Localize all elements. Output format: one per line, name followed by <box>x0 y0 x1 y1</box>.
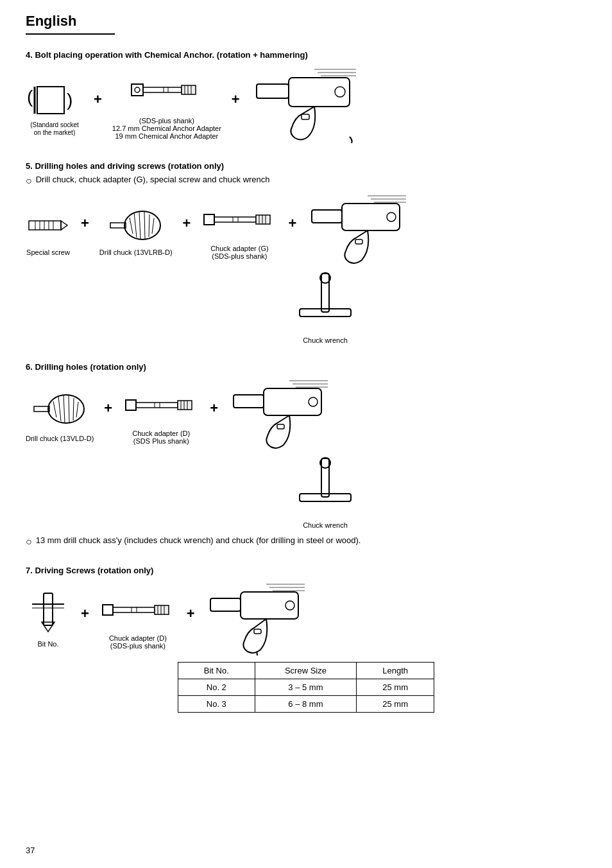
section-4: 4. Bolt placing operation with Chemical … <box>26 50 586 143</box>
svg-text:(: ( <box>27 87 33 107</box>
svg-rect-84 <box>113 607 155 612</box>
chuck-adapter-d-item: Chuck adapter (D)(SDS Plus shank) <box>123 383 200 445</box>
svg-line-33 <box>152 218 154 234</box>
section-6-title: 6. Drilling holes (rotation only) <box>26 362 586 372</box>
plus-2: + <box>232 91 240 118</box>
drill-tool-5-icon <box>307 193 409 264</box>
svg-rect-95 <box>210 598 241 611</box>
svg-point-5 <box>135 87 140 92</box>
plus-3: + <box>81 215 89 242</box>
svg-rect-72 <box>264 388 321 415</box>
section-5-title: 5. Drilling holes and driving screws (ro… <box>26 161 586 171</box>
svg-rect-39 <box>256 215 270 224</box>
svg-line-56 <box>64 395 65 423</box>
drill-chuck-icon <box>107 202 165 247</box>
plus-8: + <box>81 605 89 632</box>
chuck-adapter-g-label: Chuck adapter (G)(SDS-plus shank) <box>210 245 268 260</box>
bit-no-label: Bit No. <box>37 640 58 648</box>
section-5-subtitle: ○ Drill chuck, chuck adapter (G), specia… <box>26 175 586 187</box>
table-header-screw: Screw Size <box>255 663 357 679</box>
special-screw-label: Special screw <box>26 248 70 256</box>
drill-tool-item-5 <box>307 193 409 264</box>
svg-rect-48 <box>355 239 362 244</box>
svg-marker-26 <box>61 221 67 230</box>
svg-line-30 <box>139 211 140 239</box>
svg-line-32 <box>149 214 149 237</box>
svg-rect-46 <box>342 204 400 230</box>
svg-rect-47 <box>312 210 342 223</box>
chuck-wrench-section6: Chuck wrench <box>64 455 586 529</box>
svg-rect-60 <box>34 406 49 412</box>
svg-line-57 <box>69 395 69 422</box>
standard-socket-item: ( ) (Standard socketon the market) <box>26 74 83 136</box>
plus-1: + <box>94 91 102 118</box>
table-header-length: Length <box>357 663 434 679</box>
special-screw-item: Special screw <box>26 202 71 256</box>
drill-tool-6-icon <box>228 378 331 449</box>
table-cell-screw-2: 6 – 8 mm <box>255 696 357 713</box>
drill-chuck-6-item: Drill chuck (13VLD-D) <box>26 385 94 442</box>
svg-rect-6 <box>143 87 182 92</box>
svg-line-58 <box>73 398 74 421</box>
chuck-adapter-d-7-icon <box>99 587 176 632</box>
table-header-bit: Bit No. <box>178 663 255 679</box>
svg-line-29 <box>134 213 137 238</box>
svg-rect-34 <box>110 223 126 228</box>
svg-rect-61 <box>126 400 136 410</box>
plus-7: + <box>210 400 218 427</box>
svg-rect-76 <box>321 458 329 497</box>
section-6: 6. Drilling holes (rotation only) Drill … <box>26 362 586 548</box>
plus-5: + <box>288 215 296 242</box>
svg-rect-1 <box>37 87 64 114</box>
table-cell-bit-1: No. 2 <box>178 679 255 696</box>
svg-rect-50 <box>321 273 329 312</box>
svg-rect-65 <box>178 401 192 410</box>
bit-no-item: Bit No. <box>26 590 71 648</box>
drill-chuck-13vlrb-label: Drill chuck (13VLRB-D) <box>99 248 173 256</box>
standard-socket-label: (Standard socketon the market) <box>30 121 79 136</box>
chuck-wrench-5-label: Chuck wrench <box>303 336 348 344</box>
svg-rect-83 <box>103 605 113 615</box>
page-number: 37 <box>26 846 35 855</box>
svg-point-27 <box>124 211 160 239</box>
svg-rect-74 <box>277 424 284 429</box>
drill-chuck-6-label: Drill chuck (13VLD-D) <box>26 435 94 442</box>
sds-adapter-item: (SDS-plus shank)12.7 mm Chemical Anchor … <box>112 70 221 140</box>
table-cell-screw-1: 3 – 5 mm <box>255 679 357 696</box>
screw-table: Bit No. Screw Size Length No. 2 3 – 5 mm… <box>178 662 434 713</box>
table-cell-length-1: 25 mm <box>357 679 434 696</box>
hammer-drill-item <box>250 66 359 143</box>
chuck-wrench-section5: Chuck wrench <box>64 270 586 344</box>
page-header: English <box>26 13 115 35</box>
drill-chuck-6-icon <box>31 385 89 433</box>
svg-rect-73 <box>234 395 264 408</box>
special-screw-icon <box>26 202 71 247</box>
section-6-diagram: Drill chuck (13VLD-D) + Chuck adapter (D… <box>26 378 586 449</box>
svg-line-31 <box>144 212 145 239</box>
hammer-drill-icon <box>250 66 359 143</box>
svg-rect-16 <box>289 78 350 107</box>
svg-point-19 <box>335 87 345 97</box>
drill-chuck-item: Drill chuck (13VLRB-D) <box>99 202 173 256</box>
bit-icon <box>26 590 71 638</box>
svg-rect-18 <box>302 114 309 119</box>
svg-line-59 <box>76 402 78 417</box>
section-7-title: 7. Driving Screws (rotation only) <box>26 566 586 575</box>
drill-tool-item-6 <box>228 378 331 449</box>
chuck-adapter-d-label: Chuck adapter (D)(SDS Plus shank) <box>132 430 190 445</box>
table-row: No. 3 6 – 8 mm 25 mm <box>178 696 434 713</box>
svg-rect-96 <box>254 629 261 634</box>
svg-rect-94 <box>241 592 298 619</box>
svg-rect-36 <box>214 217 256 222</box>
plus-4: + <box>183 215 191 242</box>
chuck-wrench-6-icon <box>293 455 357 519</box>
svg-rect-35 <box>204 214 214 225</box>
svg-point-97 <box>285 601 294 610</box>
table-cell-bit-2: No. 3 <box>178 696 255 713</box>
chuck-adapter-d-7-label: Chuck adapter (D)(SDS-plus shank) <box>109 634 167 650</box>
section-4-title: 4. Bolt placing operation with Chemical … <box>26 50 586 60</box>
svg-rect-9 <box>182 85 196 94</box>
svg-rect-20 <box>29 221 61 230</box>
svg-line-55 <box>58 396 61 421</box>
svg-rect-87 <box>155 605 169 614</box>
